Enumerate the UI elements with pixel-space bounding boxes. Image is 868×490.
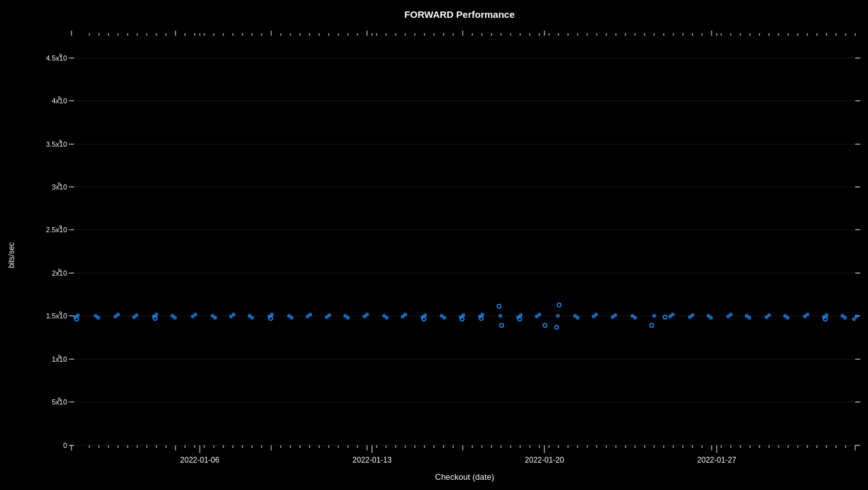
y-label-2e9-sup: 9 [58,267,61,273]
y-label-1e9-sup: 9 [58,353,61,359]
svg-point-217 [461,313,465,317]
x-label-jan13: 2022-01-13 [352,456,392,464]
chart-background [0,0,868,490]
svg-point-210 [403,313,407,316]
svg-point-182 [154,313,158,316]
svg-point-204 [346,316,350,320]
y-label-45e8-sup: 9 [59,52,63,58]
chart-title: FORWARD Performance [404,9,514,20]
y-label-3e9-sup: 9 [58,181,61,187]
x-axis-label: Checkout (date) [435,472,495,482]
svg-point-187 [193,313,197,316]
svg-point-226 [519,313,523,317]
y-label-4e9-sup: 9 [58,95,61,101]
svg-point-237 [594,313,598,316]
svg-point-208 [385,316,389,320]
y-label-15e8: 1.5x10 [46,312,67,320]
y-axis-label: bits/sec [7,242,16,269]
y-label-25e8-sup: 9 [59,224,63,230]
svg-point-193 [250,316,254,320]
svg-point-180 [135,313,138,317]
svg-point-262 [825,313,828,317]
svg-point-252 [729,313,733,316]
chart-container: FORWARD Performance // will be rendered … [0,0,868,490]
y-label-5e8-sup: 8 [58,396,61,402]
y-label-45e8: 4.5x10 [46,54,67,62]
svg-point-198 [290,316,294,320]
svg-point-202 [327,313,331,317]
svg-point-189 [213,316,217,320]
x-label-jan06: 2022-01-06 [180,456,220,464]
svg-point-258 [786,316,789,320]
svg-point-246 [671,313,675,316]
y-label-15e8-sup: 9 [59,310,63,316]
svg-point-173 [76,313,80,317]
svg-point-260 [805,313,809,316]
svg-point-265 [843,316,847,320]
svg-point-239 [613,313,617,317]
svg-point-191 [232,313,236,316]
svg-point-241 [633,316,637,320]
svg-point-243 [652,314,656,318]
svg-point-220 [481,313,484,316]
svg-point-267 [855,315,858,318]
performance-chart: FORWARD Performance // will be rendered … [0,0,868,490]
svg-point-256 [767,313,771,317]
svg-point-206 [365,313,369,316]
svg-point-235 [576,316,580,320]
y-label-0: 0 [63,442,67,449]
svg-point-250 [709,316,713,320]
y-label-35e8: 3.5x10 [46,140,67,148]
y-label-35e8-sup: 9 [59,138,63,144]
svg-point-178 [116,313,120,316]
x-label-jan27: 2022-01-27 [697,456,737,464]
svg-point-231 [556,314,560,318]
svg-point-200 [308,313,312,316]
x-label-jan20: 2022-01-20 [525,456,564,464]
svg-point-248 [691,313,694,317]
svg-point-254 [747,316,751,320]
svg-point-215 [442,316,446,320]
svg-point-176 [96,316,100,320]
svg-point-223 [498,314,502,318]
svg-point-212 [423,313,427,317]
svg-point-229 [537,313,541,316]
svg-point-195 [270,313,274,316]
svg-point-185 [173,316,177,320]
y-label-25e8: 2.5x10 [46,226,67,234]
